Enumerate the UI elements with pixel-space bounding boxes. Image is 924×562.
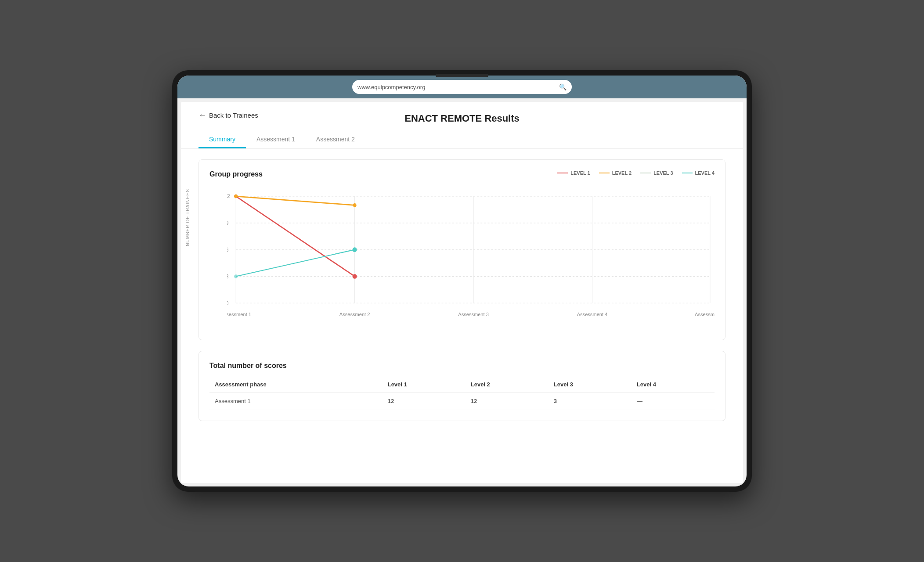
cell-level1: 12: [383, 393, 466, 410]
svg-point-27: [234, 274, 238, 278]
svg-text:Assessment 4: Assessment 4: [577, 312, 608, 317]
svg-point-25: [353, 203, 357, 207]
svg-text:6: 6: [227, 247, 228, 253]
y-axis-label: NUMBER OF TRAINEES: [185, 189, 190, 246]
legend-line-level2: [599, 173, 610, 173]
legend-line-level4: [682, 173, 693, 173]
svg-point-24: [234, 195, 238, 198]
tab-assessment2[interactable]: Assessment 2: [306, 131, 365, 148]
scores-card: Total number of scores Assessment phase …: [199, 351, 725, 421]
svg-text:9: 9: [227, 220, 228, 226]
legend-level4: LEVEL 4: [682, 170, 715, 176]
svg-line-20: [236, 196, 354, 276]
col-header-phase: Assessment phase: [209, 377, 383, 393]
legend: LEVEL 1 LEVEL 2 LEVEL 3: [557, 170, 715, 176]
page-title: ENACT REMOTE Results: [199, 113, 725, 124]
search-icon: 🔍: [559, 83, 567, 90]
browser-bar: www.equipcompetency.org 🔍: [177, 76, 747, 98]
tab-assessment1[interactable]: Assessment 1: [246, 131, 306, 148]
col-header-level3: Level 3: [549, 377, 632, 393]
cell-level3: 3: [549, 393, 632, 410]
legend-line-level3: [640, 173, 651, 173]
cell-phase: Assessment 1: [209, 393, 383, 410]
page-content: ← Back to Trainees ENACT REMOTE Results …: [181, 102, 743, 483]
chart-area: NUMBER OF TRAINEES 12 9 6 3 0: [227, 189, 715, 329]
device-notch: [436, 74, 488, 77]
svg-text:12: 12: [227, 193, 230, 199]
svg-text:Assessment 3: Assessment 3: [458, 312, 489, 317]
device-frame: www.equipcompetency.org 🔍 ← Back to Trai…: [172, 70, 752, 492]
svg-text:Assessment 5: Assessment 5: [695, 312, 715, 317]
tab-summary[interactable]: Summary: [199, 131, 246, 148]
svg-line-26: [236, 250, 354, 277]
table-header-row: Assessment phase Level 1 Level 2 Level 3…: [209, 377, 715, 393]
col-header-level1: Level 1: [383, 377, 466, 393]
svg-point-28: [353, 247, 357, 252]
table-row: Assessment 1 12 12 3 —: [209, 393, 715, 410]
group-progress-card: Group progress LEVEL 1 LEVEL 2: [199, 159, 725, 340]
col-header-level4: Level 4: [632, 377, 715, 393]
svg-text:Assessment 2: Assessment 2: [339, 312, 370, 317]
tabs-row: Summary Assessment 1 Assessment 2: [199, 131, 725, 148]
legend-level1: LEVEL 1: [557, 170, 590, 176]
device-screen: www.equipcompetency.org 🔍 ← Back to Trai…: [177, 76, 747, 486]
url-bar[interactable]: www.equipcompetency.org 🔍: [352, 80, 572, 94]
chart-svg: 12 9 6 3 0: [227, 189, 715, 329]
url-text: www.equipcompetency.org: [357, 84, 425, 90]
chart-header: Group progress LEVEL 1 LEVEL 2: [209, 170, 715, 185]
svg-text:3: 3: [227, 273, 228, 279]
page-header: ← Back to Trainees ENACT REMOTE Results …: [181, 102, 743, 149]
svg-text:Assessment 1: Assessment 1: [227, 312, 251, 317]
chart-svg-container: 12 9 6 3 0: [227, 189, 715, 329]
legend-level2: LEVEL 2: [599, 170, 632, 176]
legend-level3: LEVEL 3: [640, 170, 673, 176]
page-body: Group progress LEVEL 1 LEVEL 2: [181, 149, 743, 483]
scores-table: Assessment phase Level 1 Level 2 Level 3…: [209, 377, 715, 410]
scores-title: Total number of scores: [209, 362, 715, 370]
col-header-level2: Level 2: [466, 377, 549, 393]
back-label: Back to Trainees: [209, 112, 258, 119]
cell-level4: —: [632, 393, 715, 410]
svg-point-22: [353, 274, 357, 279]
page-title-row: ENACT REMOTE Results: [199, 113, 725, 124]
back-arrow-icon: ←: [199, 111, 206, 120]
cell-level2: 12: [466, 393, 549, 410]
svg-line-23: [236, 196, 354, 205]
svg-text:0: 0: [227, 300, 228, 306]
legend-line-level1: [557, 173, 568, 173]
group-progress-title: Group progress: [209, 170, 263, 178]
